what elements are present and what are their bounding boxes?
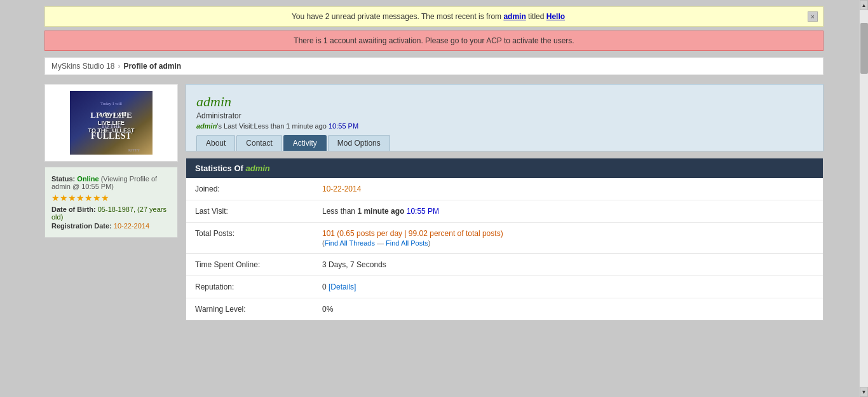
stat-value-joined: 10-22-2014 — [313, 178, 823, 200]
svg-rect-0 — [70, 91, 153, 155]
svg-text:KITTY: KITTY — [128, 148, 140, 152]
table-row: Joined: 10-22-2014 — [186, 178, 823, 200]
user-stars: ★★★★★★★ — [51, 193, 171, 203]
stat-label-time: Time Spent Online: — [186, 254, 313, 276]
status-label: Status: — [51, 175, 75, 183]
last-visit-username: admin — [196, 122, 217, 130]
last-visit-bold: 1 minute ago — [357, 207, 404, 216]
svg-text:LIVE LIFE: LIVE LIFE — [90, 110, 132, 120]
red-notification: There is 1 account awaiting activation. … — [44, 31, 824, 51]
breadcrumb-link-home[interactable]: MySkins Studio 18 — [51, 62, 114, 71]
stat-value-time: 3 Days, 7 Seconds — [313, 254, 823, 276]
right-panel: admin Administrator admin's Last Visit:L… — [186, 84, 824, 321]
last-visit-time-value: 10:55 PM — [407, 207, 439, 216]
stat-label-warning: Warning Level: — [186, 298, 313, 321]
stat-label-lastvisit: Last Visit: — [186, 200, 313, 223]
reg-date-line: Registration Date: 10-22-2014 — [51, 222, 171, 230]
username-heading: admin — [196, 94, 813, 110]
scrollbar-up-arrow[interactable]: ▲ — [860, 0, 868, 10]
stat-value-lastvisit: Less than 1 minute ago 10:55 PM — [313, 200, 823, 223]
profile-layout: Today I will LIVE LIFE TO THE FULLEST KI… — [44, 84, 824, 321]
avatar-svg: Today I will LIVE LIFE TO THE FULLEST KI… — [70, 91, 153, 155]
reputation-details-link[interactable]: [Details] — [329, 282, 356, 291]
scrollbar-down-arrow[interactable]: ▼ — [860, 387, 868, 397]
table-row: Reputation: 0 [Details] — [186, 276, 823, 298]
breadcrumb-item-profile: Profile of admin — [123, 62, 181, 71]
table-row: Total Posts: 101 (0.65 posts per day | 9… — [186, 223, 823, 254]
tab-mod-options[interactable]: Mod Options — [328, 135, 390, 151]
table-row: Last Visit: Less than 1 minute ago 10:55… — [186, 200, 823, 223]
avatar-box: Today I will LIVE LIFE TO THE FULLEST KI… — [44, 84, 178, 162]
stats-table: Joined: 10-22-2014 Last Visit: Less than… — [186, 178, 823, 320]
breadcrumb-separator: › — [118, 62, 120, 71]
left-panel: Today I will LIVE LIFE TO THE FULLEST KI… — [44, 84, 178, 238]
table-row: Time Spent Online: 3 Days, 7 Seconds — [186, 254, 823, 276]
svg-text:Today I will: Today I will — [100, 101, 122, 106]
breadcrumb: MySkins Studio 18 › Profile of admin — [44, 57, 824, 75]
stat-value-posts: 101 (0.65 posts per day | 99.02 percent … — [313, 223, 823, 254]
dob-line: Date of Birth: 05-18-1987, (27 years old… — [51, 205, 171, 221]
posts-links: (Find All Threads — Find All Posts) — [322, 239, 814, 247]
notification-author-link[interactable]: admin — [503, 12, 526, 21]
scrollbar-thumb[interactable] — [860, 23, 868, 74]
posts-main: 101 (0.65 posts per day | 99.02 percent … — [322, 229, 503, 238]
status-line: Status: Online (Viewing Profile of admin… — [51, 175, 171, 190]
stats-box: Statistics Of admin Joined: 10-22-2014 — [186, 158, 824, 321]
table-row: Warning Level: 0% — [186, 298, 823, 321]
find-threads-link[interactable]: Find All Threads — [325, 239, 375, 247]
red-notification-text: There is 1 account awaiting activation. … — [294, 36, 574, 45]
notification-close-button[interactable]: × — [808, 11, 818, 22]
stat-label-posts: Total Posts: — [186, 223, 313, 254]
yellow-notification: You have 2 unread private messages. The … — [44, 6, 824, 27]
profile-tabs: About Contact Activity Mod Options — [196, 135, 813, 151]
stats-admin-name: admin — [245, 164, 269, 173]
stat-value-reputation: 0 [Details] — [313, 276, 823, 298]
profile-header-box: admin Administrator admin's Last Visit:L… — [186, 84, 824, 151]
stat-value-warning: 0% — [313, 298, 823, 321]
notification-title-link[interactable]: Hello — [546, 12, 565, 21]
stat-label-joined: Joined: — [186, 178, 313, 200]
stat-label-reputation: Reputation: — [186, 276, 313, 298]
tab-contact[interactable]: Contact — [236, 135, 281, 151]
notification-text: You have 2 unread private messages. The … — [292, 12, 565, 21]
info-box: Status: Online (Viewing Profile of admin… — [44, 167, 178, 238]
page-wrapper: You have 2 unread private messages. The … — [0, 0, 868, 397]
breadcrumb-item-home[interactable]: MySkins Studio 18 — [51, 62, 114, 71]
tab-activity[interactable]: Activity — [283, 135, 327, 151]
user-title: Administrator — [196, 111, 813, 120]
tab-about[interactable]: About — [196, 135, 235, 151]
last-visit-line: admin's Last Visit:Less than 1 minute ag… — [196, 122, 813, 130]
svg-text:FULLEST: FULLEST — [91, 131, 132, 141]
avatar: Today I will LIVE LIFE TO THE FULLEST KI… — [70, 91, 153, 155]
scrollbar-track[interactable]: ▲ ▼ — [859, 0, 868, 397]
find-posts-link[interactable]: Find All Posts — [386, 239, 428, 247]
status-online-badge: Online — [77, 175, 98, 183]
svg-text:TO THE: TO THE — [101, 123, 121, 129]
stats-header: Statistics Of admin — [186, 158, 823, 178]
